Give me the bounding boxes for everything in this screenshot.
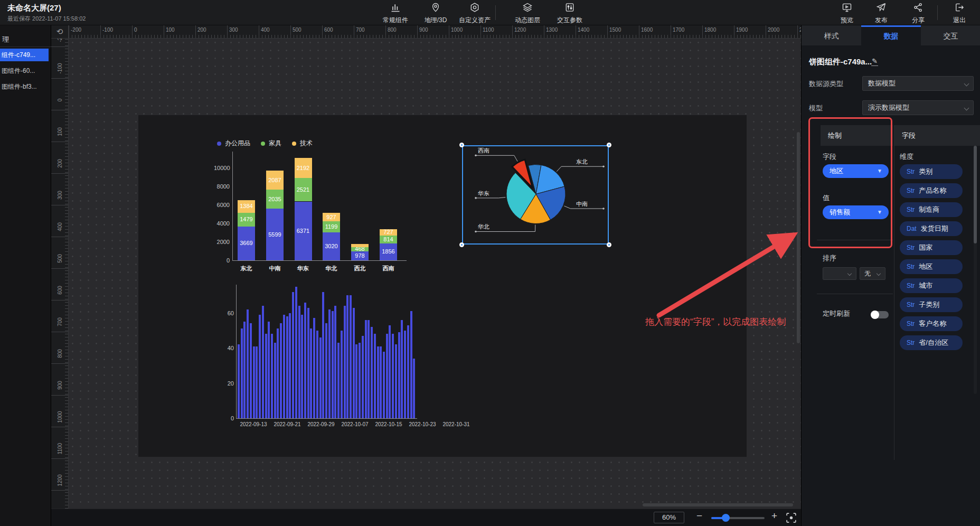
canvas-vertical-scrollbar[interactable] xyxy=(797,132,800,343)
field-dropdown[interactable]: 地区 ▼ xyxy=(823,164,889,178)
bar-value-label: 5599 xyxy=(266,231,284,238)
resize-handle-bottom-right[interactable] xyxy=(607,242,611,247)
bar-value-label: 727 xyxy=(380,229,397,235)
histogram-bar xyxy=(316,331,318,418)
field-pill-省/自治区[interactable]: Str省/自治区 xyxy=(900,335,963,350)
tab-style[interactable]: 样式 xyxy=(802,25,861,45)
resize-handle-bottom-left[interactable] xyxy=(459,242,464,247)
tab-data[interactable]: 数据 xyxy=(861,25,921,45)
fields-scrollbar-thumb[interactable] xyxy=(974,146,977,243)
histogram-bar xyxy=(344,306,346,418)
sort-field-select[interactable] xyxy=(823,267,856,280)
timed-refresh-toggle[interactable] xyxy=(871,311,889,318)
reset-view-icon[interactable]: ⟲ xyxy=(51,25,69,39)
edit-name-icon[interactable]: ✎ xyxy=(871,57,878,66)
tool-geo-3d[interactable]: 地理/3D xyxy=(415,2,456,25)
histogram-bar xyxy=(410,311,412,418)
ruler-label: 1200 xyxy=(514,27,526,33)
tab-interaction[interactable]: 交互 xyxy=(921,25,980,45)
fit-to-screen-icon[interactable] xyxy=(785,511,798,524)
ruler-label: 900 xyxy=(419,27,428,33)
tool-regular-components[interactable]: 常规组件 xyxy=(375,2,416,25)
histogram-bar xyxy=(371,327,373,418)
zoom-out-icon[interactable]: − xyxy=(696,510,702,522)
field-pill-子类别[interactable]: Str子类别 xyxy=(900,297,963,312)
field-pill-城市[interactable]: Str城市 xyxy=(900,278,963,293)
pie-chart: 东北中南华北华东西南 xyxy=(463,146,608,243)
histogram-bar xyxy=(368,320,370,418)
ruler-label: -200 xyxy=(57,39,63,44)
datasource-type-value: 数据模型 xyxy=(868,79,896,87)
field-pill-制造商[interactable]: Str制造商 xyxy=(900,202,963,217)
zoom-in-icon[interactable]: + xyxy=(771,510,777,522)
field-pill-类别[interactable]: Str类别 xyxy=(900,164,963,179)
sort-order-value: 无 xyxy=(864,270,871,277)
caret-down-icon: ▼ xyxy=(877,164,882,178)
ruler-label: 1400 xyxy=(578,27,589,33)
histogram-bar xyxy=(274,343,276,418)
ruler-label: 1100 xyxy=(483,27,494,33)
field-pill-客户名称[interactable]: Str客户名称 xyxy=(900,316,963,331)
field-pill-地区[interactable]: Str地区 xyxy=(900,259,963,274)
histogram-bar xyxy=(319,337,322,418)
field-type-badge: Str xyxy=(907,282,915,289)
ruler-label: -100 xyxy=(102,27,113,33)
resize-handle-top-right[interactable] xyxy=(607,143,611,147)
zoom-percent-input[interactable]: 60% xyxy=(654,512,684,523)
action-share[interactable]: 分享 xyxy=(898,2,939,25)
pie-label-dot xyxy=(475,155,477,157)
layer-item[interactable]: 组件-c749... xyxy=(0,49,49,61)
histogram-bar xyxy=(341,331,343,418)
last-saved-text: 最近保存 2022-11-07 15:58:02 xyxy=(7,15,86,23)
histogram-bar xyxy=(380,346,382,418)
histogram-chart-component[interactable]: 02040602022-09-132022-09-212022-09-29202… xyxy=(224,283,483,429)
x-category-label: 西南 xyxy=(375,265,402,273)
layer-item[interactable]: 图组件-bf3... xyxy=(0,80,49,93)
field-pill-国家[interactable]: Str国家 xyxy=(900,240,963,255)
ruler-tick xyxy=(51,300,69,300)
histogram-bar xyxy=(280,323,282,418)
bar-segment: 6371 xyxy=(295,202,312,260)
editor-canvas[interactable] xyxy=(69,39,803,509)
tool-dynamic-layers[interactable]: 动态图层 xyxy=(507,2,548,25)
field-pill-发货日期[interactable]: Dat发货日期 xyxy=(900,221,963,236)
histogram-bar xyxy=(262,306,264,418)
histogram-bar xyxy=(401,320,403,418)
pie-label-line xyxy=(476,155,517,161)
datasource-type-select[interactable]: 数据模型 xyxy=(862,76,974,91)
pie-chart-component-selected[interactable]: 东北中南华北华东西南 xyxy=(462,145,609,245)
ruler-tick xyxy=(576,25,576,39)
bar-value-label: 1384 xyxy=(238,203,255,209)
stacked-bar-chart-component[interactable]: 办公用品家具技术02000400060008000100003669147913… xyxy=(214,134,410,277)
layers-sidebar: 理 组件-c749...图组件-60...图组件-bf3... xyxy=(0,25,51,526)
layer-item[interactable]: 图组件-60... xyxy=(0,64,49,77)
zoom-slider-knob[interactable] xyxy=(722,514,730,522)
ruler-label: 400 xyxy=(57,220,63,234)
value-dropdown[interactable]: 销售额 ▼ xyxy=(823,205,889,219)
ruler-label: 0 xyxy=(57,93,63,107)
action-publish[interactable]: 发布 xyxy=(861,2,902,25)
bar-value-label: 1856 xyxy=(380,248,397,255)
draw-section-header[interactable]: 绘制 xyxy=(821,125,893,146)
datasource-type-label: 数据源类型 xyxy=(809,79,843,89)
bar-segment: 1856 xyxy=(380,243,397,260)
resize-handle-top-left[interactable] xyxy=(459,143,464,147)
tool-geo-3d-label: 地理/3D xyxy=(425,16,447,25)
tool-dynamic-layers-label: 动态图层 xyxy=(515,16,540,25)
canvas-horizontal-scrollbar[interactable] xyxy=(643,503,793,506)
field-pill-产品名称[interactable]: Str产品名称 xyxy=(900,183,963,198)
tool-custom-assets[interactable]: 自定义资产 xyxy=(454,2,495,25)
share-nodes-icon xyxy=(913,2,924,15)
y-tick-label: 0 xyxy=(214,257,230,264)
action-exit[interactable]: 退出 xyxy=(939,2,980,25)
ruler-tick xyxy=(51,78,69,79)
field-label: 字段 xyxy=(823,152,836,162)
histogram-bar xyxy=(241,328,243,418)
x-date-label: 2022-10-07 xyxy=(338,421,372,427)
zoom-slider[interactable] xyxy=(711,517,765,519)
model-select[interactable]: 演示数据模型 xyxy=(862,100,974,115)
sort-order-select[interactable]: 无 xyxy=(860,267,885,280)
hexagon-icon xyxy=(469,2,480,15)
histogram-bar xyxy=(271,334,273,418)
tool-interactive-params[interactable]: 交互参数 xyxy=(549,2,590,25)
